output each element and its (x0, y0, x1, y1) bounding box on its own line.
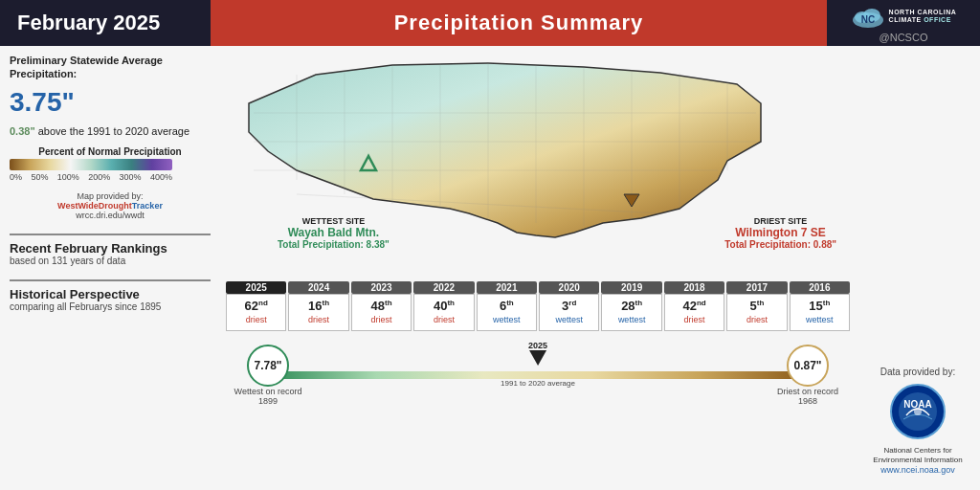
rank-num-2025: 62nd (229, 299, 283, 315)
rank-num-2018: 42nd (667, 299, 722, 315)
driest-label-text: DRIEST SITE (724, 216, 836, 226)
driest-precip: Total Precipitation: 0.88" (724, 239, 836, 250)
svg-point-24 (914, 408, 922, 415)
legend-bar (10, 159, 172, 170)
legend-0: 0% (10, 172, 22, 182)
header: February 2025 Precipitation Summary NC N… (0, 0, 980, 46)
rank-type-2023: driest (354, 315, 409, 326)
legend-section: Percent of Normal Precipitation 0% 50% 1… (10, 143, 211, 182)
rank-col-2019: 201928thwettest (601, 281, 661, 331)
main-body: Preliminary Statewide Average Precipitat… (0, 46, 980, 490)
office-name: CLIMATE OFFICE (889, 16, 957, 24)
rank-col-2021: 20216thwettest (477, 281, 537, 331)
wettest-name: Wayah Bald Mtn. (278, 226, 390, 239)
ncei-url[interactable]: www.ncei.noaa.gov (861, 465, 974, 477)
hist-bar-container: 7.78" Wettest on record 1899 2025 1991 t… (230, 345, 846, 412)
rank-col-2017: 20175thdriest (726, 281, 787, 331)
hist-wettest-marker: 7.78" Wettest on record 1899 (230, 345, 306, 406)
legend-200: 200% (88, 172, 110, 182)
legend-400: 400% (150, 172, 172, 182)
rank-cell-2022: 40thdriest (413, 294, 474, 331)
rank-type-2024: driest (291, 315, 345, 326)
precip-label: Preliminary Statewide Average Precipitat… (10, 54, 211, 81)
map-credit-wwdt: WestWideDroughtTracker (10, 201, 211, 211)
wettest-label-text: WETTEST SITE (278, 216, 390, 226)
month-year-title: February 2025 (17, 11, 160, 34)
rank-col-2020: 20203rdwettest (539, 281, 599, 331)
driest-record-label: Driest on record (777, 387, 838, 396)
ncei-text: National Centers for Environmental Infor… (861, 446, 974, 477)
legend-50: 50% (31, 172, 48, 182)
driest-val-box: 0.87" (787, 345, 829, 387)
center-panel: WETTEST SITE Wayah Bald Mtn. Total Preci… (220, 46, 856, 490)
wettest-site-label: WETTEST SITE Wayah Bald Mtn. Total Preci… (278, 216, 390, 250)
rank-year-2016: 2016 (790, 281, 850, 294)
wettest-record-label: Wettest on record (234, 387, 302, 396)
rank-year-2022: 2022 (413, 281, 474, 294)
rank-col-2024: 202416thdriest (288, 281, 348, 331)
rank-cell-2024: 16thdriest (288, 294, 348, 331)
right-panel: Data provided by: NOAA National Centers … (856, 46, 980, 490)
rank-cell-2016: 15thwettest (790, 294, 850, 331)
map-credit-url: wrcc.dri.edu/wwdt (10, 211, 211, 220)
driest-name: Wilmington 7 SE (724, 226, 836, 239)
left-panel: Preliminary Statewide Average Precipitat… (0, 46, 220, 490)
rank-cell-2021: 6thwettest (477, 294, 537, 331)
hist-title: Historical Perspective (10, 287, 211, 301)
rank-num-2021: 6th (479, 299, 534, 315)
nc-office-text: NORTH CAROLINA CLIMATE OFFICE (889, 9, 957, 25)
rank-num-2016: 15th (792, 299, 847, 315)
hist-current-marker: 2025 1991 to 2020 average (501, 341, 575, 388)
rank-type-2022: driest (416, 315, 471, 326)
nc-cloud-icon: NC (851, 3, 885, 30)
rank-year-2021: 2021 (477, 281, 537, 294)
wettest-precip: Total Precipitation: 8.38" (278, 239, 390, 250)
rank-year-2025: 2025 (226, 281, 286, 294)
hist-section: Historical Perspective comparing all Feb… (10, 279, 211, 312)
precip-above: 0.38" above the 1991 to 2020 average (10, 125, 211, 137)
rank-type-2017: driest (729, 315, 784, 326)
hist-bar-area: 7.78" Wettest on record 1899 2025 1991 t… (220, 335, 856, 490)
rank-col-2016: 201615thwettest (790, 281, 850, 331)
rank-col-2022: 202240thdriest (413, 281, 474, 331)
above-suffix: above the 1991 to 2020 average (38, 125, 189, 137)
header-center: Precipitation Summary (211, 0, 827, 46)
state-name: NORTH CAROLINA (889, 9, 957, 16)
twitter-handle[interactable]: @NCSCO (880, 32, 928, 43)
hist-driest-marker: 0.87" Driest on record 1968 (769, 345, 846, 406)
rank-cell-2018: 42nddriest (664, 294, 724, 331)
precip-value: 3.75" (10, 87, 75, 117)
rank-type-2018: driest (667, 315, 722, 326)
rank-num-2023: 48th (354, 299, 409, 315)
avg-label: 1991 to 2020 average (501, 379, 575, 388)
rank-type-2019: wettest (604, 315, 658, 326)
ncei-name: National Centers for Environmental Infor… (861, 446, 974, 466)
wettest-year: 1899 (258, 396, 278, 406)
wettest-val-box: 7.78" (247, 345, 289, 387)
summary-title: Precipitation Summary (394, 11, 644, 35)
rank-type-2016: wettest (792, 315, 847, 326)
header-left: February 2025 (0, 5, 211, 41)
map-credit: Map provided by: WestWideDroughtTracker … (10, 191, 211, 220)
triangle-down-icon (529, 350, 546, 366)
nc-logo: NC NORTH CAROLINA CLIMATE OFFICE (851, 3, 957, 30)
rank-cell-2020: 3rdwettest (539, 294, 599, 331)
noaa-logo-icon: NOAA (889, 383, 947, 440)
rank-col-2025: 202562nddriest (226, 281, 286, 331)
rank-year-2018: 2018 (664, 281, 724, 294)
rank-year-2024: 2024 (288, 281, 348, 294)
above-amount: 0.38" (10, 125, 35, 137)
legend-300: 300% (120, 172, 142, 182)
driest-site-label: DRIEST SITE Wilmington 7 SE Total Precip… (724, 216, 836, 250)
rankings-table: 202562nddriest202416thdriest202348thdrie… (226, 281, 850, 331)
rankings-sub: based on 131 years of data (10, 256, 211, 266)
rank-col-2023: 202348thdriest (351, 281, 412, 331)
legend-100: 100% (57, 172, 79, 182)
svg-text:NC: NC (860, 14, 874, 25)
wwdt-name: WestWideDroughtTracker (57, 201, 163, 211)
current-year-label: 2025 (528, 341, 547, 350)
rank-num-2024: 16th (291, 299, 345, 315)
rank-type-2020: wettest (542, 315, 596, 326)
rankings-title: Recent February Rankings (10, 241, 211, 256)
rank-type-2025: driest (229, 315, 283, 326)
